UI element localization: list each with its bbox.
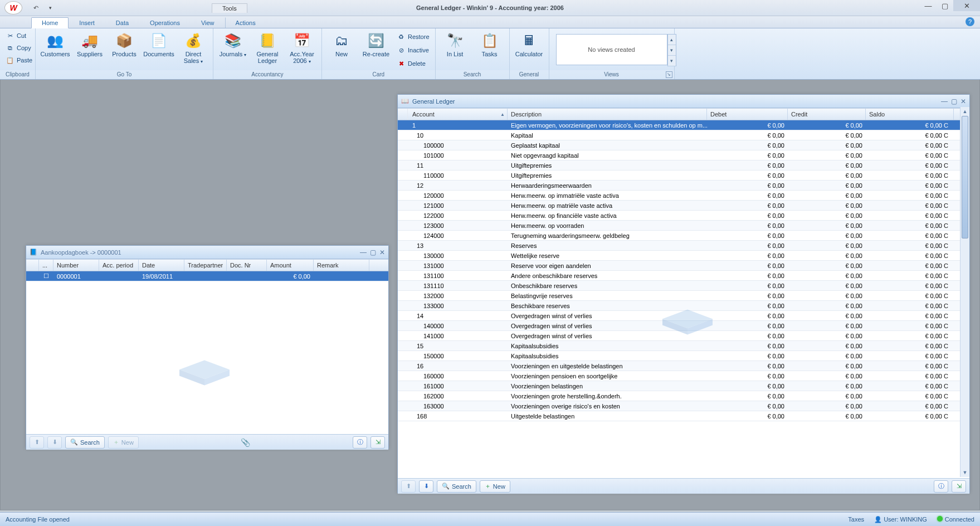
gl-row[interactable]: 150000Kapitaalsubsidies€ 0,00€ 0,00€ 0,0… [398,351,969,361]
gl-vscrollbar[interactable]: ▲ ▼ [960,107,969,477]
general-ledger-button[interactable]: 📒General Ledger [251,31,284,65]
scroll-thumb[interactable] [962,116,968,238]
tab-insert[interactable]: Insert [69,17,105,28]
gl-titlebar[interactable]: 📖 General Ledger — ▢ ✕ [398,95,969,108]
gl-row[interactable]: 16Voorzieningen en uitgestelde belasting… [398,361,969,371]
gl-row[interactable]: 131100Andere onbeschikbare reserves€ 0,0… [398,271,969,281]
recreate-button[interactable]: 🔄Re-create [360,31,392,59]
help-icon[interactable]: ? [966,17,974,26]
gl-row[interactable]: 13Reserves€ 0,00€ 0,00€ 0,00 C [398,241,969,251]
gl-close-button[interactable]: ✕ [961,98,966,105]
pj-col-tradepartner[interactable]: Tradepartner [184,260,227,271]
gallery-scroll[interactable]: ▴▾▾ [667,34,676,66]
pj-col-remark[interactable]: Remark [314,260,369,271]
pj-info-button[interactable]: ⓘ [353,436,367,449]
status-taxes[interactable]: Taxes [848,516,864,523]
contextual-tab-tools[interactable]: Tools [212,3,247,13]
gl-row[interactable]: 12Herwaarderingsmeerwaarden€ 0,00€ 0,00€… [398,181,969,191]
minimize-button[interactable]: — [920,0,937,11]
gl-row[interactable]: 15Kapitaalsubsidies€ 0,00€ 0,00€ 0,00 C [398,341,969,351]
delete-button[interactable]: ✖Delete [394,57,432,70]
gl-col-saldo[interactable]: Saldo [866,109,954,120]
gl-search-button[interactable]: 🔍Search [437,480,476,493]
gl-new-button[interactable]: ＋New [480,480,510,493]
tab-operations[interactable]: Operations [139,17,191,28]
gl-down-button[interactable]: ⬇ [419,480,433,493]
pj-row-selected[interactable]: ☐ 0000001 19/08/2011 € 0,00 [26,271,388,281]
gl-row[interactable]: 132000Belastingvrije reserves€ 0,00€ 0,0… [398,291,969,301]
gl-row[interactable]: 140000Overgedragen winst of verlies€ 0,0… [398,321,969,331]
tab-view[interactable]: View [191,17,225,28]
pj-search-button[interactable]: 🔍Search [65,436,105,449]
gl-row[interactable]: 163000Voorzieningen overige risico's en … [398,401,969,411]
gl-row[interactable]: 121000Herw.meerw. op matriële vaste acti… [398,201,969,211]
gl-col-credit[interactable]: Credit [788,109,866,120]
gl-col-debet[interactable]: Debet [707,109,788,120]
gl-row[interactable]: 124000Terugneming waarderingsmeerw. geld… [398,231,969,241]
calculator-button[interactable]: 🖩Calculator [513,31,545,59]
pj-down-button[interactable]: ⬇ [47,436,62,449]
tab-actions[interactable]: Actions [225,17,266,28]
restore-button[interactable]: ♻Restore [394,31,432,43]
close-button[interactable]: ✕ [953,0,980,11]
gl-row[interactable]: 1Eigen vermogen, voorzieningen voor risi… [398,120,969,130]
gl-row[interactable]: 160000Voorzieningen pensioen en soortgel… [398,371,969,381]
suppliers-button[interactable]: 🚚Suppliers [74,31,106,59]
gl-row[interactable]: 168Uitgestelde belastingen€ 0,00€ 0,00€ … [398,411,969,421]
pj-col-indicator[interactable] [26,260,39,271]
gl-row[interactable]: 14Overgedragen winst of verlies€ 0,00€ 0… [398,311,969,321]
gl-row[interactable]: 101000Niet opgevraagd kapitaal€ 0,00€ 0,… [398,150,969,160]
pj-close-button[interactable]: ✕ [379,249,385,256]
gl-col-account[interactable]: Account▲ [408,109,508,120]
undo-icon[interactable]: ↶ [30,2,41,13]
gl-export-button[interactable]: ⇲ [952,480,966,493]
inactive-button[interactable]: ⊘Inactive [394,44,432,56]
pj-col-accperiod[interactable]: Acc. period [99,260,139,271]
dialog-launcher-icon[interactable]: ↘ [666,71,672,78]
pj-titlebar[interactable]: 📘 Aankoopdagboek -> 0000001 — ▢ ✕ [26,246,388,259]
new-card-button[interactable]: 🗂New [325,31,358,59]
pj-up-button[interactable]: ⬆ [30,436,44,449]
pj-col-amount[interactable]: Amount [267,260,314,271]
gl-col-indicator[interactable] [398,109,408,120]
copy-button[interactable]: ⧉Copy [3,42,33,54]
gl-row[interactable]: 123000Herw.meerw. op voorraden€ 0,00€ 0,… [398,221,969,231]
maximize-button[interactable]: ▢ [937,0,953,11]
gl-row[interactable]: 10Kapitaal€ 0,00€ 0,00€ 0,00 C [398,130,969,140]
documents-button[interactable]: 📄Documents [143,31,175,59]
gl-row[interactable]: 110000Uitgiftepremies€ 0,00€ 0,00€ 0,00 … [398,171,969,181]
views-gallery[interactable]: No views created ▴▾▾ [556,34,667,65]
tab-data[interactable]: Data [105,17,139,28]
gl-row[interactable]: 131110Onbeschikbare reserves€ 0,00€ 0,00… [398,281,969,291]
products-button[interactable]: 📦Products [108,31,140,59]
attachment-icon[interactable]: 📎 [241,438,250,447]
gl-row[interactable]: 131000Reserve voor eigen aandelen€ 0,00€… [398,261,969,271]
pj-minimize-button[interactable]: — [360,249,367,256]
gl-col-description[interactable]: Description [508,109,707,120]
row-checkbox-icon[interactable]: ☐ [39,272,53,280]
pj-new-button[interactable]: ＋New [108,436,139,449]
gl-info-button[interactable]: ⓘ [934,480,948,493]
gl-row[interactable]: 161000Voorzieningen belastingen€ 0,00€ 0… [398,381,969,391]
pj-col-docnr[interactable]: Doc. Nr [227,260,267,271]
tab-home[interactable]: Home [31,17,69,28]
gl-up-button[interactable]: ⬆ [401,480,416,493]
cut-button[interactable]: ✂Cut [3,30,28,42]
customers-button[interactable]: 👥Customers [39,31,71,59]
gl-row[interactable]: 141000Overgedragen winst of verlies€ 0,0… [398,331,969,341]
journals-button[interactable]: 📚Journals ▾ [217,31,249,60]
gl-row[interactable]: 130000Wettelijke reserve€ 0,00€ 0,00€ 0,… [398,251,969,261]
gl-minimize-button[interactable]: — [941,98,948,105]
scroll-down-icon[interactable]: ▼ [961,468,969,477]
pj-col-dots[interactable]: ... [39,260,53,271]
gl-row[interactable]: 120000Herw.meerw. op immatriële vaste ac… [398,191,969,201]
scroll-up-icon[interactable]: ▲ [961,107,969,116]
gl-row[interactable]: 11Uitgiftepremies€ 0,00€ 0,00€ 0,00 C [398,160,969,171]
gl-row[interactable]: 162000Voorzieningen grote herstelling.&o… [398,391,969,401]
gl-row[interactable]: 122000Herw.meerw. op financiële vaste ac… [398,211,969,221]
gl-maximize-button[interactable]: ▢ [951,98,957,105]
pj-maximize-button[interactable]: ▢ [370,249,376,256]
direct-sales-button[interactable]: 💰Direct Sales ▾ [177,31,209,66]
pj-col-number[interactable]: Number [53,260,99,271]
pj-export-button[interactable]: ⇲ [370,436,385,449]
